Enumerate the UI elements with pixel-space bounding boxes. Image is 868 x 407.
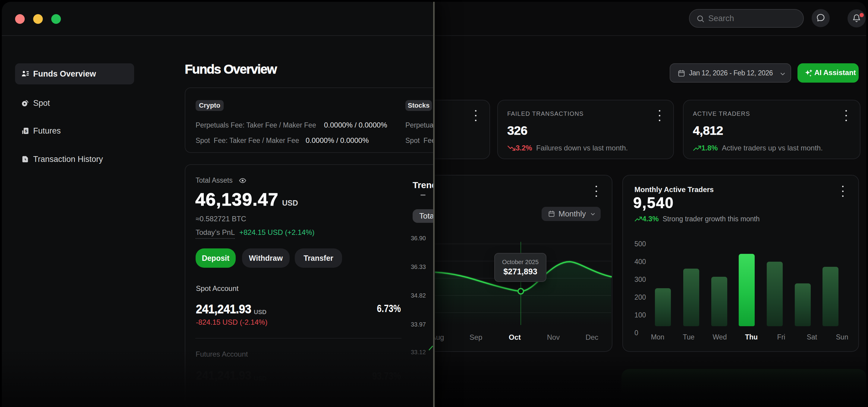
svg-text:$: $ — [25, 129, 27, 133]
